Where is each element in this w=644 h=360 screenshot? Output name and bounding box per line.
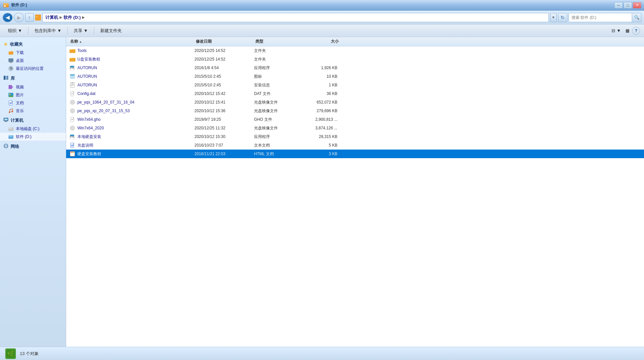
table-row[interactable]: EXE AUTORUN 2016/1/8 4:54 应用程序 1,926 KB	[66, 64, 644, 72]
sidebar-header-favorites[interactable]: ★ 收藏夹	[0, 40, 66, 49]
address-path[interactable]: 计算机 ▶ 软件 (D:) ▶	[42, 13, 549, 22]
help-button[interactable]: ?	[632, 27, 640, 35]
file-icon	[69, 99, 76, 106]
svg-rect-50	[71, 82, 73, 83]
column-header: 名称 ▲ 修改日期 类型 大小	[66, 37, 644, 46]
file-type: 光盘映像文件	[253, 100, 299, 105]
file-icon	[69, 90, 76, 97]
library-icon	[3, 75, 9, 82]
path-computer: 计算机	[45, 15, 58, 21]
file-list: Tools 2020/12/25 14:52 文件夹 U盘安装教程 2020/1…	[66, 46, 644, 347]
sidebar-item-image[interactable]: 图片	[0, 91, 66, 99]
file-name: 本地硬盘安装	[77, 134, 193, 140]
sidebar-header-library[interactable]: 库	[0, 74, 66, 83]
file-date: 2020/12/25 14:52	[193, 48, 253, 53]
doc-icon	[8, 100, 14, 106]
svg-point-80	[73, 152, 74, 153]
file-size: 36 KB	[299, 91, 339, 96]
file-type: GHO 文件	[253, 117, 299, 122]
new-folder-button[interactable]: 新建文件夹	[96, 26, 126, 35]
view-button[interactable]: ⊟ ▼	[610, 26, 623, 35]
file-name: AUTORUN	[77, 74, 193, 79]
drive-c-icon	[8, 126, 14, 132]
file-size: 28,315 KB	[299, 134, 339, 139]
svg-point-31	[12, 128, 13, 129]
file-name: 硬盘安装教程	[77, 151, 193, 157]
organize-button[interactable]: 组织 ▼	[4, 26, 26, 35]
col-header-size[interactable]: 大小	[300, 39, 340, 44]
file-type: 文件夹	[253, 48, 299, 54]
file-size: 3,874,126 ...	[299, 126, 339, 130]
file-date: 2016/11/21 22:03	[193, 152, 253, 156]
svg-point-17	[9, 94, 11, 95]
sidebar-item-download[interactable]: 下载	[0, 49, 66, 57]
table-row[interactable]: Config.dat 2020/10/12 15:42 DAT 文件 36 KB	[66, 89, 644, 98]
sidebar-header-network[interactable]: 网络	[0, 142, 66, 151]
file-size: 2,900,813 ...	[299, 117, 339, 122]
search-box[interactable]: 🔍	[569, 13, 641, 22]
network-label: 网络	[11, 144, 19, 150]
svg-rect-28	[4, 121, 8, 121]
file-size: 1 KB	[299, 83, 339, 87]
desktop-icon	[8, 58, 14, 64]
sidebar-item-drive-d[interactable]: 软件 (D:)	[0, 133, 66, 141]
address-dropdown[interactable]: ▼	[550, 13, 557, 22]
table-row[interactable]: AUTORUN 2015/5/10 2:45 图标 10 KB	[66, 72, 644, 81]
svg-rect-8	[10, 62, 12, 63]
back-button[interactable]: ◀	[3, 13, 13, 22]
file-name: Win7x64_2020	[77, 126, 193, 130]
file-name: U盘安装教程	[77, 57, 193, 62]
file-date: 2020/10/12 15:30	[193, 134, 253, 139]
table-row[interactable]: 硬盘安装教程 2016/11/21 22:03 HTML 文档 3 KB	[66, 150, 644, 158]
svg-point-34	[12, 136, 13, 137]
sidebar-item-music[interactable]: 音乐	[0, 107, 66, 115]
file-name: Tools	[77, 48, 193, 53]
svg-point-62	[72, 111, 73, 111]
file-icon	[69, 124, 76, 132]
up-button[interactable]: ↑	[25, 13, 34, 22]
svg-rect-26	[4, 118, 8, 120]
forward-button[interactable]: ▶	[14, 13, 24, 22]
file-type: HTML 文档	[253, 151, 299, 157]
image-icon	[8, 92, 14, 98]
table-row[interactable]: Tools 2020/12/25 14:52 文件夹	[66, 46, 644, 55]
svg-rect-43	[69, 59, 75, 62]
file-size: 1,926 KB	[299, 66, 339, 70]
col-header-name[interactable]: 名称 ▲	[69, 39, 194, 44]
search-button[interactable]: 🔍	[632, 13, 641, 22]
col-header-type[interactable]: 类型	[254, 39, 300, 44]
table-row[interactable]: Win7x64.gho 2019/9/7 19:25 GHO 文件 2,900,…	[66, 115, 644, 124]
file-name: AUTORUN	[77, 83, 193, 87]
sidebar-item-recent[interactable]: 最近访问的位置	[0, 65, 66, 72]
table-row[interactable]: EXE 本地硬盘安装 2020/10/12 15:30 应用程序 28,315 …	[66, 132, 644, 141]
minimize-button[interactable]: ─	[614, 2, 623, 9]
col-header-date[interactable]: 修改日期	[194, 39, 254, 44]
file-name: pe_yqs_1064_20_07_31_16_04	[77, 100, 193, 105]
file-date: 2019/9/7 19:25	[193, 117, 253, 122]
svg-rect-27	[5, 121, 7, 122]
sidebar-item-desktop[interactable]: 桌面	[0, 57, 66, 65]
share-button[interactable]: 共享 ▼	[70, 26, 92, 35]
table-row[interactable]: pe_yqs_xp_20_07_31_15_53 2020/10/12 15:3…	[66, 107, 644, 115]
close-button[interactable]: ✕	[633, 2, 641, 9]
refresh-button[interactable]: ↻	[558, 13, 567, 22]
window-title: 软件 (D:)	[11, 2, 27, 8]
toolbar-sep-1	[28, 27, 28, 35]
sidebar-item-drive-c[interactable]: 本地磁盘 (C:)	[0, 125, 66, 133]
recent-icon	[8, 66, 14, 71]
svg-rect-6	[9, 51, 11, 52]
sidebar-header-computer[interactable]: 计算机	[0, 116, 66, 125]
table-row[interactable]: AUTORUN 2015/5/10 2:45 安装信息 1 KB	[66, 81, 644, 89]
search-input[interactable]	[569, 13, 632, 22]
layout-button[interactable]: ▦	[623, 26, 631, 35]
maximize-button[interactable]: □	[623, 2, 632, 9]
table-row[interactable]: U盘安装教程 2020/12/25 14:52 文件夹	[66, 55, 644, 64]
file-area: 名称 ▲ 修改日期 类型 大小 Tools 2020/12/25 14:52 文…	[66, 37, 644, 347]
table-row[interactable]: Win7x64_2020 2020/12/25 11:32 光盘映像文件 3,8…	[66, 124, 644, 132]
table-row[interactable]: pe_yqs_1064_20_07_31_16_04 2020/10/12 15…	[66, 98, 644, 107]
table-row[interactable]: 光盘说明 2016/10/23 7:07 文本文档 5 KB	[66, 141, 644, 150]
sidebar-item-video[interactable]: 视频	[0, 83, 66, 91]
library-button[interactable]: 包含到库中 ▼	[30, 26, 65, 35]
sidebar-item-doc[interactable]: 文档	[0, 99, 66, 107]
sidebar-section-favorites: ★ 收藏夹 下载 桌面	[0, 40, 66, 72]
